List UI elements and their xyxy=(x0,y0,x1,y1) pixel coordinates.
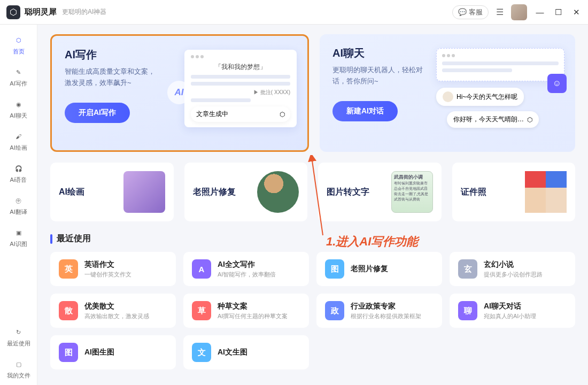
chat-preview: ☺ Hi~今天的天气怎样呢 你好呀，今天天气晴朗… ⬡ xyxy=(436,48,564,128)
recent-sub: 提供更多小说创作思路 xyxy=(484,271,543,279)
feature-card-restore[interactable]: 老照片修复 xyxy=(184,163,308,221)
sidebar-item-label: AI聊天 xyxy=(10,112,27,120)
headphone-icon: 🎧 xyxy=(13,163,25,174)
chat-bubble-icon: ◉ xyxy=(13,98,25,110)
sidebar: ⬡ 首页 ✎ AI写作 ◉ AI聊天 🖌 AI绘画 🎧 Ai语音 ㊥ AI翻译 … xyxy=(0,25,37,385)
sidebar-item-label: 最近使用 xyxy=(7,340,30,348)
brush-icon: 🖌 xyxy=(13,130,25,142)
section-title: 最近使用 xyxy=(57,233,91,244)
sidebar-item-draw[interactable]: 🖌 AI绘画 xyxy=(0,125,37,157)
sidebar-item-label: AI识图 xyxy=(10,240,27,248)
recent-card[interactable]: 散 优美散文 高效输出散文，激发灵感 xyxy=(50,294,176,328)
sidebar-item-label: AI绘画 xyxy=(10,144,27,152)
recent-card[interactable]: 草 种草文案 AI撰写任何主题的种草文案 xyxy=(183,294,309,328)
generating-label: 文章生成中 xyxy=(196,110,228,119)
sidebar-item-chat[interactable]: ◉ AI聊天 xyxy=(0,93,37,125)
feature-card-idphoto[interactable]: 证件照 xyxy=(452,163,576,221)
feature-card-draw[interactable]: AI绘画 xyxy=(50,163,174,221)
recent-card[interactable]: 图 老照片修复 xyxy=(316,252,442,286)
minimize-button[interactable]: — xyxy=(535,7,545,17)
kefu-label: 客服 xyxy=(469,7,483,17)
doc-title: 武昌街的小调 xyxy=(394,174,430,181)
recent-icon: 散 xyxy=(59,301,78,320)
recent-title: 优美散文 xyxy=(84,302,149,311)
recent-card[interactable]: 玄 玄幻小说 提供更多小说创作思路 xyxy=(450,252,575,286)
recent-sub: 宛如真人的AI小助理 xyxy=(484,312,536,320)
recent-icon: 图 xyxy=(325,259,344,279)
feature-title: 证件照 xyxy=(461,187,486,198)
recent-icon: A xyxy=(192,259,211,279)
new-chat-button[interactable]: 新建AI对话 xyxy=(332,101,398,121)
recent-title: 玄幻小说 xyxy=(484,260,543,270)
recent-icon: 聊 xyxy=(458,301,477,320)
recent-icon: 文 xyxy=(192,343,211,362)
clock-icon: ↻ xyxy=(13,326,25,338)
sidebar-item-home[interactable]: ⬡ 首页 xyxy=(0,29,37,61)
recent-card[interactable]: 聊 AI聊天对话 宛如真人的AI小助理 xyxy=(450,294,575,328)
recent-grid: 英 英语作文 一键创作英文作文 A AI全文写作 AI智能写作，效率翻倍 图 老… xyxy=(50,252,575,369)
sidebar-item-label: 首页 xyxy=(13,48,25,56)
hero-card-chat[interactable]: AI聊天 更聪明的聊天机器人，轻松对话，答你所问~ 新建AI对话 ☺ Hi~今天… xyxy=(320,34,575,152)
recent-icon: 玄 xyxy=(458,259,477,279)
titlebar: ⬡ 聪明灵犀 更聪明的AI神器 💬 客服 ☰ — ☐ ✕ xyxy=(0,0,588,25)
app-name: 聪明灵犀 xyxy=(25,7,57,17)
hero-card-writing[interactable]: AI写作 智能生成高质量文章和文案，激发灵感，效率飙升~ 开启AI写作 AI 「… xyxy=(50,34,309,152)
folder-icon: ▢ xyxy=(13,358,25,370)
sidebar-item-translate[interactable]: ㊥ AI翻译 xyxy=(0,189,37,221)
recent-title: AI文生图 xyxy=(218,348,247,357)
chat-text: Hi~今天的天气怎样呢 xyxy=(457,93,517,102)
recent-icon: 政 xyxy=(325,301,344,320)
bot-avatar-icon xyxy=(443,91,453,102)
recent-sub: AI智能写作，效率翻倍 xyxy=(218,271,276,279)
customer-service-button[interactable]: 💬 客服 xyxy=(452,5,489,19)
scan-icon: ▣ xyxy=(13,227,25,238)
sidebar-item-label: AI翻译 xyxy=(10,208,27,216)
menu-icon[interactable]: ☰ xyxy=(496,7,504,17)
recent-title: 行业政策专家 xyxy=(351,302,421,311)
sidebar-item-label: 我的文件 xyxy=(7,372,30,380)
start-writing-button[interactable]: 开启AI写作 xyxy=(65,103,130,123)
recent-title: 种草文案 xyxy=(218,302,288,311)
recent-title: 英语作文 xyxy=(84,260,131,270)
sidebar-item-writing[interactable]: ✎ AI写作 xyxy=(0,61,37,93)
recent-sub: 高效输出散文，激发灵感 xyxy=(84,312,149,320)
preview-doc-title: 「我和我的梦想」 xyxy=(191,63,290,72)
sidebar-item-label: Ai语音 xyxy=(10,176,27,184)
chat-icon: 💬 xyxy=(458,8,467,16)
feather-icon: ✎ xyxy=(13,66,25,78)
feature-thumb: 武昌街的小调 有时候到重庆晓菜市总会不自觉地跟武昌街去走一圈了,尤其是武首街与从… xyxy=(391,171,433,213)
feature-thumb xyxy=(257,171,299,213)
feature-title: 老照片修复 xyxy=(193,187,236,198)
recent-card[interactable]: 政 行业政策专家 根据行业名称提供政策框架 xyxy=(316,294,442,328)
recent-card[interactable]: 英 英语作文 一键创作英文作文 xyxy=(50,252,176,286)
sidebar-item-recent[interactable]: ↻ 最近使用 xyxy=(0,321,37,353)
hex-icon: ⬡ xyxy=(280,111,285,118)
sidebar-item-voice[interactable]: 🎧 Ai语音 xyxy=(0,157,37,189)
recent-card[interactable]: 图 AI图生图 xyxy=(50,335,176,369)
generating-bar: 文章生成中 ⬡ xyxy=(191,106,290,122)
home-icon: ⬡ xyxy=(13,34,25,46)
feature-card-ocr[interactable]: 图片转文字 武昌街的小调 有时候到重庆晓菜市总会不自觉地跟武昌街去走一圈了,尤其… xyxy=(318,163,442,221)
recent-sub: 一键创作英文作文 xyxy=(84,271,131,279)
hero-desc: 智能生成高质量文章和文案，激发灵感，效率飙升~ xyxy=(65,66,161,89)
recent-title: AI图生图 xyxy=(84,348,114,357)
recent-icon: 草 xyxy=(192,301,211,320)
recent-title: 老照片修复 xyxy=(351,264,388,274)
doc-body: 有时候到重庆晓菜市总会不自觉地跟武昌街去走一圈了,尤其是武首街与从腾街 xyxy=(394,181,430,202)
hero-desc: 更聪明的聊天机器人，轻松对话，答你所问~ xyxy=(332,65,429,87)
hex-icon: ⬡ xyxy=(527,116,532,124)
sidebar-item-image-rec[interactable]: ▣ AI识图 xyxy=(0,221,37,253)
close-button[interactable]: ✕ xyxy=(571,7,582,17)
recent-card[interactable]: A AI全文写作 AI智能写作，效率翻倍 xyxy=(183,252,309,286)
recent-card[interactable]: 文 AI文生图 xyxy=(183,335,309,369)
maximize-button[interactable]: ☐ xyxy=(553,7,563,17)
translate-icon: ㊥ xyxy=(13,195,25,206)
writing-preview: AI 「我和我的梦想」 ▶ 批注( XXXX) 文章生成中 ⬡ xyxy=(184,50,297,127)
ai-badge-icon: AI xyxy=(167,81,191,104)
chat-bubble-bot: Hi~今天的天气怎样呢 xyxy=(436,88,524,106)
feature-title: 图片转文字 xyxy=(327,187,369,198)
sidebar-item-files[interactable]: ▢ 我的文件 xyxy=(0,353,37,385)
section-heading-recent: 最近使用 xyxy=(50,233,575,244)
recent-sub: AI撰写任何主题的种草文案 xyxy=(218,312,288,320)
user-avatar[interactable] xyxy=(511,4,527,20)
